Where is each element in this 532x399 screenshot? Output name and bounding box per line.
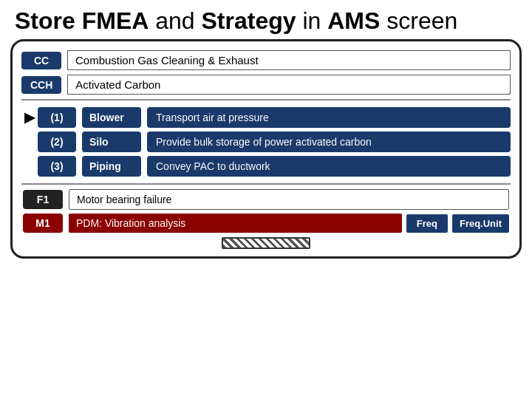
item-number-2: (2) [38, 132, 76, 152]
cc-text: Combustion Gas Cleaning & Exhaust [67, 50, 511, 70]
item-name-3: Piping [82, 156, 141, 177]
main-container: CC Combustion Gas Cleaning & Exhaust CCH… [10, 39, 522, 259]
cch-badge: CCH [21, 76, 61, 94]
cc-badge: CC [21, 52, 61, 69]
item-name-1: Blower [82, 107, 141, 128]
maintenance-text: PDM: Vibration analysis [69, 214, 402, 233]
page-title: Store FMEA and Strategy in AMS screen [0, 0, 532, 39]
item-desc-1: Transport air at pressure [147, 107, 511, 128]
scrollbar-thumb[interactable] [222, 237, 310, 249]
failure-row: F1 Motor bearing failure [21, 189, 511, 210]
item-name-2: Silo [82, 132, 141, 152]
item-row-2: (2) Silo Provide bulk storage of power a… [21, 132, 511, 152]
arrow-placeholder-2 [21, 132, 38, 152]
maintenance-freq: Freq [406, 214, 448, 233]
cch-text: Activated Carbon [67, 75, 511, 95]
items-section: ▶ (1) Blower Transport air at pressure (… [21, 99, 511, 185]
item-desc-3: Convey PAC to ductwork [147, 156, 511, 177]
failure-badge: F1 [23, 190, 63, 209]
item-desc-2: Provide bulk storage of power activated … [147, 132, 511, 152]
arrow-icon: ▶ [21, 107, 38, 128]
maintenance-badge: M1 [23, 214, 63, 233]
failure-text: Motor bearing failure [69, 189, 509, 210]
maintenance-row: M1 PDM: Vibration analysis Freq Freq.Uni… [21, 214, 511, 233]
item-row-1: ▶ (1) Blower Transport air at pressure [21, 107, 511, 128]
arrow-placeholder-3 [21, 156, 38, 177]
header-row-2: CCH Activated Carbon [21, 75, 511, 95]
item-number-1: (1) [38, 107, 76, 128]
maintenance-freq-unit: Freq.Unit [452, 214, 509, 233]
item-number-3: (3) [38, 156, 76, 177]
scrollbar-area [21, 237, 511, 249]
header-row-1: CC Combustion Gas Cleaning & Exhaust [21, 50, 511, 70]
item-row-3: (3) Piping Convey PAC to ductwork [21, 156, 511, 177]
